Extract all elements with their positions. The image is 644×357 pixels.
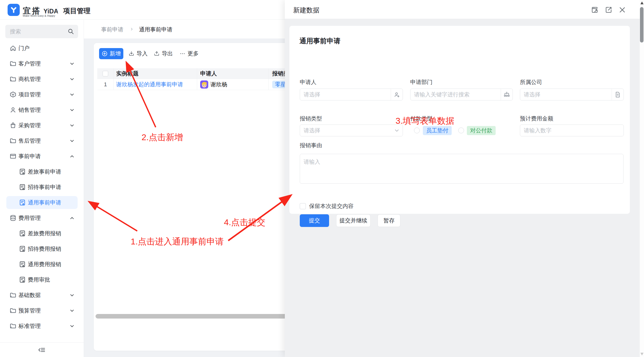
yida-logo-icon xyxy=(10,6,18,14)
pay-type-option-corporate[interactable]: 对公付款 xyxy=(467,126,496,135)
new-data-drawer: 新建数据 通用事前申请 申请人 申请部门 所属公司 报销类型 付款类型 员工垫付 xyxy=(285,0,644,357)
database-icon xyxy=(10,215,16,221)
sidebar-item-budget[interactable]: 预算管理 xyxy=(0,303,84,318)
department-label: 申请部门 xyxy=(410,78,432,86)
pay-type-radio-corporate[interactable] xyxy=(458,128,464,133)
sidebar-item-procurement[interactable]: 采购管理 xyxy=(0,118,84,133)
chevron-up-icon xyxy=(69,215,75,221)
chevron-down-icon xyxy=(69,138,75,144)
submit-button[interactable]: 提交 xyxy=(300,214,329,227)
sidebar-item-travel-pre-application[interactable]: 差旅事前申请 xyxy=(0,164,84,179)
department-field[interactable] xyxy=(410,89,513,100)
sidebar-item-project[interactable]: 项目管理 xyxy=(0,87,84,102)
expense-type-input[interactable] xyxy=(300,125,403,136)
user-icon xyxy=(10,107,16,113)
import-icon xyxy=(128,51,134,57)
chevron-down-icon[interactable] xyxy=(391,125,403,136)
applicant-label: 申请人 xyxy=(300,78,316,86)
chevron-down-icon xyxy=(69,61,75,67)
pay-type-radio-employee[interactable] xyxy=(414,128,420,133)
org-tree-icon[interactable] xyxy=(501,89,513,100)
expense-type-label: 报销类型 xyxy=(300,115,322,122)
plus-circle-icon xyxy=(102,51,108,57)
collapse-sidebar-icon[interactable] xyxy=(38,347,45,353)
search-icon[interactable] xyxy=(67,28,74,35)
select-all-checkbox[interactable] xyxy=(103,71,108,76)
sidebar-item-expense[interactable]: 费用管理 xyxy=(0,210,84,226)
form-icon xyxy=(19,276,26,283)
column-header-title: 实例标题 xyxy=(114,68,197,79)
sidebar-item-general-pre-application[interactable]: 通用事前申请 xyxy=(0,195,84,210)
amount-input[interactable] xyxy=(520,125,624,136)
keep-content-label: 保留本次提交内容 xyxy=(309,202,354,210)
applicant-field[interactable] xyxy=(300,89,403,100)
pay-type-option-employee[interactable]: 员工垫付 xyxy=(423,126,452,135)
department-input[interactable] xyxy=(410,89,513,100)
sidebar-footer xyxy=(0,342,84,357)
sidebar-item-general-expense[interactable]: 通用费用报销 xyxy=(0,257,84,272)
breadcrumb-parent[interactable]: 事前申请 xyxy=(101,26,123,33)
expense-type-select[interactable] xyxy=(300,124,403,136)
company-field[interactable] xyxy=(520,89,624,100)
page-scrollbar[interactable] xyxy=(640,0,644,357)
avatar xyxy=(200,80,208,89)
sidebar-item-base-data[interactable]: 基础数据 xyxy=(0,287,84,303)
form-icon xyxy=(19,261,26,268)
more-button[interactable]: 更多 xyxy=(179,48,199,59)
company-label: 所属公司 xyxy=(520,78,542,86)
folder-icon xyxy=(10,137,16,144)
drawer-header: 新建数据 xyxy=(285,0,644,19)
sidebar-item-opportunity[interactable]: 商机管理 xyxy=(0,71,84,87)
applicant-input[interactable] xyxy=(300,89,403,100)
add-button[interactable]: 新增 xyxy=(99,48,123,59)
sidebar-item-travel-expense[interactable]: 差旅费用报销 xyxy=(0,226,84,241)
close-icon[interactable] xyxy=(618,6,626,14)
breadcrumb-current: 通用事前申请 xyxy=(139,26,172,33)
form-icon xyxy=(19,184,26,191)
document-icon[interactable] xyxy=(612,89,624,100)
open-new-window-icon[interactable] xyxy=(605,6,612,14)
company-input[interactable] xyxy=(520,89,624,100)
keep-content-checkbox[interactable] xyxy=(300,203,306,209)
form-title: 通用事前申请 xyxy=(300,36,340,46)
reason-textarea[interactable] xyxy=(300,154,624,184)
archive-icon xyxy=(10,153,16,160)
horizontal-scrollbar[interactable] xyxy=(96,314,318,319)
amount-field[interactable] xyxy=(520,124,624,136)
sidebar-item-pre-application[interactable]: 事前申请 xyxy=(0,149,84,164)
scroll-up-arrow-icon[interactable] xyxy=(640,2,643,4)
reason-label: 报销事由 xyxy=(300,142,322,149)
cube-icon xyxy=(10,91,16,98)
sidebar-item-portal[interactable]: 门户 xyxy=(0,40,84,56)
export-icon xyxy=(154,51,160,57)
save-draft-button[interactable]: 暂存 xyxy=(378,214,400,227)
amount-label: 预计费用金额 xyxy=(520,115,553,122)
folder-icon xyxy=(10,323,16,329)
submit-and-continue-button[interactable]: 提交并继续 xyxy=(336,214,371,227)
more-dots-icon xyxy=(179,51,186,57)
user-add-icon[interactable] xyxy=(391,89,403,100)
sidebar-search[interactable] xyxy=(5,25,78,38)
yida-logo[interactable] xyxy=(8,4,20,16)
folder-icon xyxy=(10,60,16,67)
sidebar-item-entertain-expense[interactable]: 招待费用报销 xyxy=(0,241,84,257)
folder-icon xyxy=(10,76,16,82)
import-button[interactable]: 导入 xyxy=(128,48,148,59)
open-popup-icon[interactable] xyxy=(591,6,599,14)
scrollbar-thumb[interactable] xyxy=(640,7,643,43)
sidebar-item-aftersales[interactable]: 售后管理 xyxy=(0,133,84,149)
form-card: 通用事前申请 申请人 申请部门 所属公司 报销类型 付款类型 员工垫付 对公付款… xyxy=(289,26,630,214)
folder-icon xyxy=(10,307,16,314)
sidebar-item-customer[interactable]: 客户管理 xyxy=(0,56,84,71)
sidebar-item-expense-approval[interactable]: 费用审批 xyxy=(0,272,84,287)
scroll-down-arrow-icon[interactable] xyxy=(640,353,643,355)
record-title-link[interactable]: 谢欣杨发起的通用事前申请 xyxy=(116,81,183,88)
form-icon xyxy=(19,199,26,206)
sidebar-item-entertain-pre-application[interactable]: 招待事前申请 xyxy=(0,179,84,195)
chevron-down-icon xyxy=(69,292,75,298)
sidebar-item-standard[interactable]: 标准管理 xyxy=(0,318,84,334)
search-input[interactable] xyxy=(10,25,65,38)
export-button[interactable]: 导出 xyxy=(154,48,173,59)
chevron-down-icon xyxy=(69,107,75,113)
sidebar-item-sales[interactable]: 销售管理 xyxy=(0,102,84,118)
